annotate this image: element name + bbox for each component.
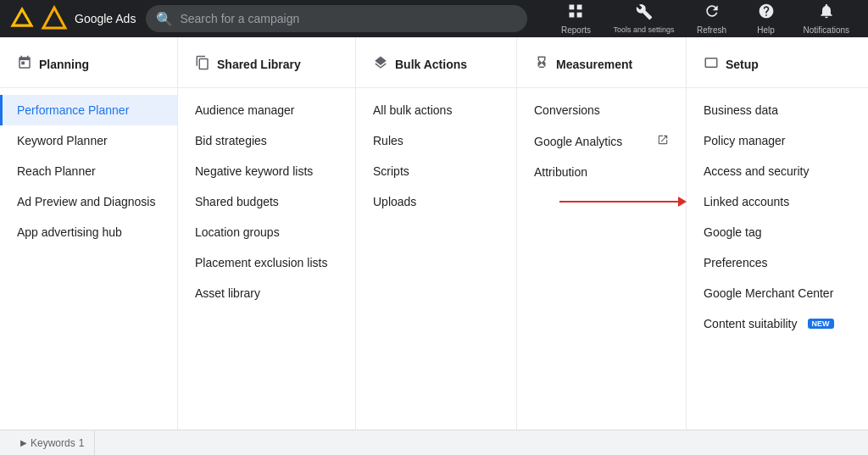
- content-suitability-item[interactable]: Content suitability NEW: [687, 308, 868, 339]
- performance-planner-item[interactable]: Performance Planner: [0, 95, 177, 125]
- conversions-item[interactable]: Conversions: [517, 95, 686, 125]
- measurement-header-text: Measurement: [556, 58, 632, 71]
- setup-header: Setup: [687, 37, 868, 88]
- reports-label: Reports: [561, 25, 591, 35]
- google-tag-item[interactable]: Google tag: [687, 217, 868, 247]
- tools-icon: [636, 3, 653, 25]
- refresh-label: Refresh: [697, 25, 726, 35]
- setup-header-text: Setup: [726, 58, 759, 71]
- bulk-actions-header: Bulk Actions: [356, 37, 516, 88]
- layers-icon: [373, 55, 388, 74]
- all-bulk-actions-item[interactable]: All bulk actions: [356, 95, 516, 125]
- setup-items: Business data Policy manager Access and …: [687, 88, 868, 346]
- svg-rect-7: [570, 5, 575, 10]
- reports-button[interactable]: Reports: [550, 0, 601, 38]
- monitor-icon: [704, 55, 719, 74]
- bid-strategies-item[interactable]: Bid strategies: [178, 125, 355, 156]
- notifications-icon: [818, 3, 835, 24]
- shared-library-items: Audience manager Bid strategies Negative…: [178, 88, 355, 315]
- setup-column: Setup Business data Policy manager Acces…: [687, 37, 868, 454]
- tools-label: Tools and settings: [613, 26, 674, 35]
- help-button[interactable]: Help: [741, 0, 792, 38]
- mega-menu: Planning Performance Planner Keyword Pla…: [0, 37, 868, 455]
- access-security-item[interactable]: Access and security: [687, 156, 868, 186]
- asset-library-item[interactable]: Asset library: [178, 278, 355, 308]
- nav-actions: Reports Tools and settings Refresh Help …: [550, 0, 858, 38]
- search-input[interactable]: [180, 12, 517, 25]
- bulk-actions-header-text: Bulk Actions: [395, 58, 467, 71]
- notifications-label: Notifications: [804, 25, 849, 35]
- google-analytics-item[interactable]: Google Analytics: [517, 125, 686, 157]
- logo-text: Google Ads: [75, 12, 136, 25]
- reports-icon: [567, 3, 584, 24]
- google-ads-logo-icon: [10, 7, 34, 31]
- shared-library-header-text: Shared Library: [217, 58, 301, 71]
- help-icon: [758, 3, 775, 24]
- preferences-item[interactable]: Preferences: [687, 247, 868, 278]
- calendar-icon: [17, 55, 32, 74]
- measurement-items: Conversions Google Analytics Attribution: [517, 88, 686, 194]
- logo-area: Google Ads: [10, 5, 136, 32]
- measurement-header: Measurement: [517, 37, 686, 88]
- hourglass-icon: [534, 55, 549, 74]
- rules-item[interactable]: Rules: [356, 125, 516, 156]
- planning-column: Planning Performance Planner Keyword Pla…: [0, 37, 178, 454]
- search-bar[interactable]: 🔍: [146, 5, 527, 32]
- uploads-item[interactable]: Uploads: [356, 186, 516, 217]
- bottom-bar: ▶ Keywords 1: [0, 430, 868, 455]
- google-ads-icon: [41, 5, 68, 32]
- tools-button[interactable]: Tools and settings: [604, 0, 682, 37]
- shared-budgets-item[interactable]: Shared budgets: [178, 186, 355, 217]
- notifications-button[interactable]: Notifications: [795, 0, 858, 38]
- planning-header-text: Planning: [39, 58, 89, 71]
- svg-rect-8: [577, 5, 582, 10]
- refresh-icon: [704, 3, 721, 24]
- keywords-tab-label: Keywords: [31, 437, 75, 449]
- app-hub-item[interactable]: App advertising hub: [0, 217, 177, 247]
- svg-rect-10: [577, 13, 582, 18]
- shared-library-header: Shared Library: [178, 37, 355, 88]
- search-icon: 🔍: [156, 11, 173, 27]
- bulk-actions-items: All bulk actions Rules Scripts Uploads: [356, 88, 516, 224]
- business-data-item[interactable]: Business data: [687, 95, 868, 125]
- refresh-button[interactable]: Refresh: [687, 0, 737, 38]
- audience-manager-item[interactable]: Audience manager: [178, 95, 355, 125]
- attribution-item[interactable]: Attribution: [517, 157, 686, 187]
- top-navigation: Google Ads 🔍 Reports Tools and settings …: [0, 0, 868, 37]
- help-label: Help: [757, 25, 775, 35]
- shared-library-column: Shared Library Audience manager Bid stra…: [178, 37, 356, 454]
- copy-icon: [195, 55, 210, 74]
- svg-rect-9: [570, 13, 575, 18]
- measurement-column: Measurement Conversions Google Analytics…: [517, 37, 687, 454]
- planning-items: Performance Planner Keyword Planner Reac…: [0, 88, 177, 254]
- external-link-icon: [657, 134, 669, 148]
- negative-keywords-item[interactable]: Negative keyword lists: [178, 156, 355, 186]
- new-badge: NEW: [808, 319, 834, 329]
- linked-accounts-item[interactable]: Linked accounts: [687, 186, 868, 217]
- keyword-planner-item[interactable]: Keyword Planner: [0, 125, 177, 156]
- keywords-count: 1: [79, 437, 85, 449]
- policy-manager-item[interactable]: Policy manager: [687, 125, 868, 156]
- placement-exclusions-item[interactable]: Placement exclusion lists: [178, 247, 355, 278]
- ad-preview-item[interactable]: Ad Preview and Diagnosis: [0, 186, 177, 217]
- scripts-item[interactable]: Scripts: [356, 156, 516, 186]
- bulk-actions-column: Bulk Actions All bulk actions Rules Scri…: [356, 37, 517, 454]
- reach-planner-item[interactable]: Reach Planner: [0, 156, 177, 186]
- planning-header: Planning: [0, 37, 177, 88]
- google-merchant-center-item[interactable]: Google Merchant Center: [687, 278, 868, 308]
- keywords-tab[interactable]: ▶ Keywords 1: [10, 430, 95, 455]
- chevron-down-icon: ▶: [20, 438, 27, 447]
- location-groups-item[interactable]: Location groups: [178, 217, 355, 247]
